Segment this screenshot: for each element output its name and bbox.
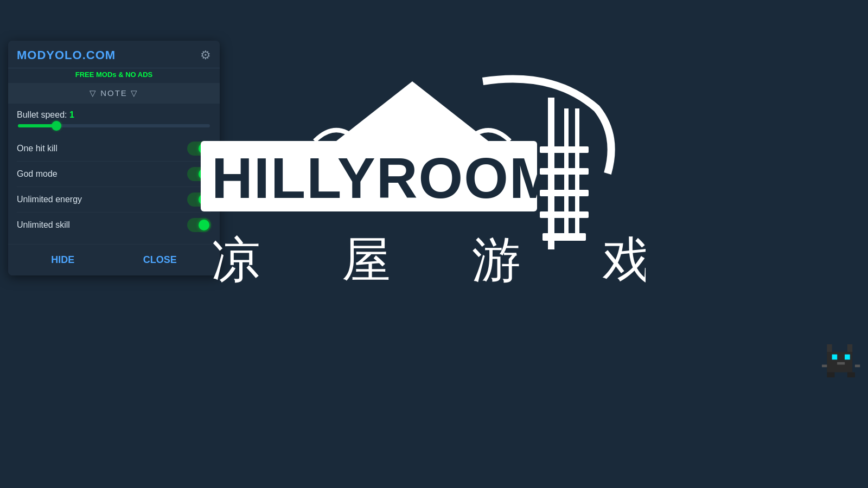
svg-rect-10 <box>540 146 589 153</box>
pixel-cat <box>822 344 863 385</box>
svg-rect-9 <box>540 168 589 175</box>
svg-text:凉　屋　游　戏: 凉 屋 游 戏 <box>212 233 646 287</box>
svg-rect-17 <box>837 362 845 365</box>
toggle-label-unlimited-skill: Unlimited skill <box>17 220 70 230</box>
toggle-label-god-mode: God mode <box>17 169 58 179</box>
slider-thumb <box>52 121 61 131</box>
bullet-speed-slider[interactable] <box>18 124 210 127</box>
svg-rect-21 <box>855 365 860 368</box>
toggle-row-one-hit-kill: One hit kill <box>17 136 211 162</box>
game-logo: HILLYROOM 凉 屋 游 戏 <box>184 65 646 293</box>
bullet-speed-label: Bullet speed: 1 <box>17 110 211 120</box>
svg-rect-13 <box>847 344 852 352</box>
svg-marker-0 <box>336 81 488 141</box>
svg-rect-12 <box>827 344 832 352</box>
close-button[interactable]: CLOSE <box>132 252 188 268</box>
svg-text:HILLYROOM: HILLYROOM <box>212 146 558 210</box>
toggle-row-god-mode: God mode <box>17 162 211 187</box>
toggle-label-one-hit-kill: One hit kill <box>17 144 58 153</box>
panel-title: MODYOLO.COM <box>17 48 116 62</box>
hide-button[interactable]: HIDE <box>40 252 85 268</box>
svg-rect-23 <box>845 355 850 359</box>
settings-icon[interactable]: ⚙ <box>200 48 211 62</box>
bullet-speed-section: Bullet speed: 1 <box>17 110 211 127</box>
svg-rect-8 <box>540 190 589 196</box>
toggle-row-unlimited-energy: Unlimited energy <box>17 187 211 213</box>
bullet-speed-value: 1 <box>69 110 74 119</box>
toggle-row-unlimited-skill: Unlimited skill <box>17 213 211 237</box>
svg-rect-19 <box>847 373 855 377</box>
svg-rect-22 <box>832 355 837 359</box>
svg-rect-7 <box>540 211 589 218</box>
svg-rect-18 <box>827 373 834 377</box>
svg-rect-20 <box>822 365 827 368</box>
toggle-label-unlimited-energy: Unlimited energy <box>17 195 82 204</box>
panel-header: MODYOLO.COM ⚙ <box>8 41 220 68</box>
